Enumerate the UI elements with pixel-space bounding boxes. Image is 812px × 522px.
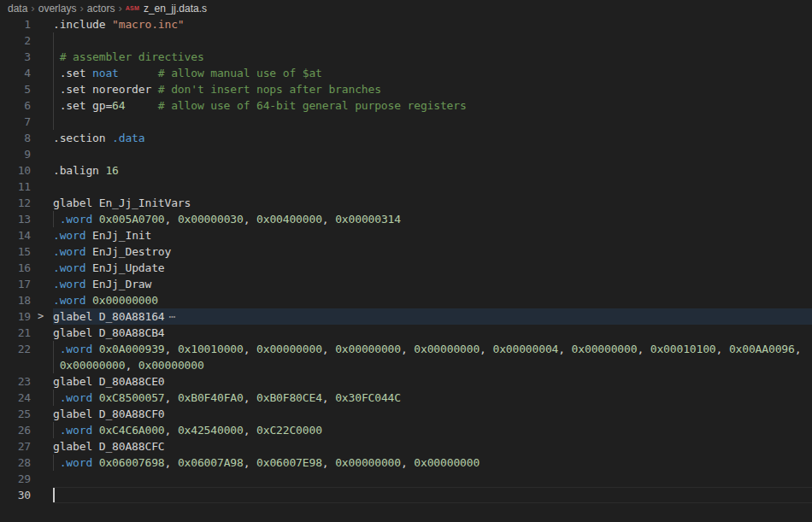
line-number[interactable]: 26 (0, 422, 31, 438)
line-number[interactable]: 23 (0, 373, 31, 390)
code-line[interactable]: 7 (0, 114, 812, 130)
line-content[interactable] (53, 487, 812, 503)
line-content[interactable]: .word 0x06007698, 0x06007A98, 0x06007E98… (53, 455, 812, 471)
code-line[interactable]: 3 # assembler directives (0, 49, 812, 65)
code-line[interactable]: 17.word EnJj_Draw (0, 276, 812, 292)
code-line[interactable]: 8.section .data (0, 130, 812, 146)
code-line[interactable]: 28 .word 0x06007698, 0x06007A98, 0x06007… (0, 455, 812, 471)
code-token: .word (53, 278, 85, 290)
code-token: 0x00000314 (335, 213, 401, 226)
code-line[interactable]: 9 (0, 146, 812, 162)
code-line[interactable]: 27glabel D_80A88CFC (0, 438, 812, 455)
code-line[interactable]: 25glabel D_80A88CF0 (0, 406, 812, 422)
line-content[interactable]: 0x00000000, 0x00000000 (53, 357, 812, 373)
line-content[interactable] (53, 32, 812, 49)
line-number[interactable]: 29 (0, 471, 31, 487)
code-line[interactable]: 6 .set gp=64 # allow use of 64-bit gener… (0, 97, 812, 114)
breadcrumb-item-overlays[interactable]: overlays (38, 3, 77, 15)
line-content[interactable]: .set gp=64 # allow use of 64-bit general… (53, 97, 812, 114)
code-line[interactable]: 14.word EnJj_Init (0, 227, 812, 243)
line-number[interactable]: 3 (0, 49, 31, 65)
line-content[interactable]: .section .data (53, 130, 812, 146)
line-number[interactable]: 4 (0, 65, 31, 81)
code-line[interactable]: 30 (0, 487, 812, 503)
line-number[interactable]: 28 (0, 455, 31, 471)
code-line[interactable]: 21glabel D_80A88CB4 (0, 325, 812, 341)
line-content[interactable]: .word 0x005A0700, 0x00000030, 0x00400000… (53, 211, 812, 227)
line-content[interactable]: .word 0x0A000939, 0x10010000, 0x00000000… (53, 341, 812, 357)
breadcrumb-item-data[interactable]: data (8, 3, 27, 15)
line-content[interactable]: glabel En_Jj_InitVars (53, 195, 812, 211)
fold-chevron-icon[interactable]: > (38, 308, 44, 325)
code-line[interactable]: 15.word EnJj_Destroy (0, 243, 812, 260)
line-number[interactable]: 8 (0, 130, 31, 146)
line-content[interactable]: glabel D_80A88CB4 (53, 325, 812, 341)
breadcrumb-item-filename[interactable]: z_en_jj.data.s (144, 3, 207, 15)
line-content[interactable] (53, 146, 812, 162)
line-content[interactable]: glabel D_80A88164⋯ (53, 308, 812, 325)
line-content[interactable]: glabel D_80A88CFC (53, 438, 812, 455)
line-number[interactable]: 14 (0, 227, 31, 243)
code-line[interactable]: 10.balign 16 (0, 162, 812, 179)
line-number[interactable]: 25 (0, 406, 31, 422)
line-number[interactable]: 1 (0, 16, 31, 32)
line-content[interactable]: # assembler directives (53, 49, 812, 65)
line-number[interactable]: 7 (0, 114, 31, 130)
line-content[interactable]: .set noreorder # don't insert nops after… (53, 81, 812, 97)
line-number[interactable]: 22 (0, 341, 31, 357)
breadcrumb-item-actors[interactable]: actors (87, 3, 115, 15)
line-number[interactable]: 9 (0, 146, 31, 162)
line-number[interactable]: 17 (0, 276, 31, 292)
line-content[interactable] (53, 471, 812, 487)
line-number[interactable]: 24 (0, 390, 31, 406)
line-number[interactable]: 2 (0, 32, 31, 49)
code-line[interactable]: 11 (0, 179, 812, 195)
line-number[interactable] (0, 357, 31, 373)
code-line[interactable]: 12glabel En_Jj_InitVars (0, 195, 812, 211)
code-line[interactable]: 19>glabel D_80A88164⋯ (0, 308, 812, 325)
line-number[interactable]: 21 (0, 325, 31, 341)
code-line[interactable]: 23glabel D_80A88CE0 (0, 373, 812, 390)
line-number[interactable]: 12 (0, 195, 31, 211)
code-line[interactable]: 0x00000000, 0x00000000 (0, 357, 812, 373)
line-content[interactable]: .word EnJj_Init (53, 227, 812, 243)
code-line[interactable]: 24 .word 0xC8500057, 0xB0F40FA0, 0xB0F80… (0, 390, 812, 406)
line-content[interactable]: .set noat # allow manual use of $at (53, 65, 812, 81)
code-line[interactable]: 18.word 0x00000000 (0, 292, 812, 308)
line-content[interactable]: .word 0xC8500057, 0xB0F40FA0, 0xB0F80CE4… (53, 390, 812, 406)
line-number[interactable]: 6 (0, 97, 31, 114)
line-number[interactable]: 18 (0, 292, 31, 308)
line-content[interactable]: glabel D_80A88CF0 (53, 406, 812, 422)
line-number[interactable]: 5 (0, 81, 31, 97)
code-line[interactable]: 2 (0, 32, 812, 49)
line-number[interactable]: 30 (0, 487, 31, 503)
line-content[interactable]: .word EnJj_Update (53, 260, 812, 276)
line-content[interactable] (53, 114, 812, 130)
code-line[interactable]: 1.include "macro.inc" (0, 16, 812, 32)
line-number[interactable]: 16 (0, 260, 31, 276)
line-content[interactable]: .include "macro.inc" (53, 16, 812, 32)
line-content[interactable]: .word 0x00000000 (53, 292, 812, 308)
folded-code-ellipsis[interactable]: ⋯ (169, 310, 177, 323)
line-number[interactable]: 19 (0, 308, 31, 325)
line-number[interactable]: 15 (0, 243, 31, 260)
code-line[interactable]: 29 (0, 471, 812, 487)
line-content[interactable]: .word EnJj_Destroy (53, 243, 812, 260)
code-editor[interactable]: 1.include "macro.inc"23 # assembler dire… (0, 16, 812, 503)
line-content[interactable]: .word 0xC4C6A000, 0x42540000, 0xC22C0000 (53, 422, 812, 438)
line-number[interactable]: 11 (0, 179, 31, 195)
code-line[interactable]: 22 .word 0x0A000939, 0x10010000, 0x00000… (0, 341, 812, 357)
line-content[interactable]: .word EnJj_Draw (53, 276, 812, 292)
code-line[interactable]: 4 .set noat # allow manual use of $at (0, 65, 812, 81)
code-line[interactable]: 26 .word 0xC4C6A000, 0x42540000, 0xC22C0… (0, 422, 812, 438)
code-line[interactable]: 16.word EnJj_Update (0, 260, 812, 276)
line-content[interactable]: glabel D_80A88CE0 (53, 373, 812, 390)
code-line[interactable]: 5 .set noreorder # don't insert nops aft… (0, 81, 812, 97)
line-number[interactable]: 10 (0, 162, 31, 179)
line-content[interactable]: .balign 16 (53, 162, 812, 179)
line-number[interactable]: 13 (0, 211, 31, 227)
code-line[interactable]: 13 .word 0x005A0700, 0x00000030, 0x00400… (0, 211, 812, 227)
line-content[interactable] (53, 179, 812, 195)
line-number[interactable]: 27 (0, 438, 31, 455)
gutter: 22 (0, 341, 53, 357)
